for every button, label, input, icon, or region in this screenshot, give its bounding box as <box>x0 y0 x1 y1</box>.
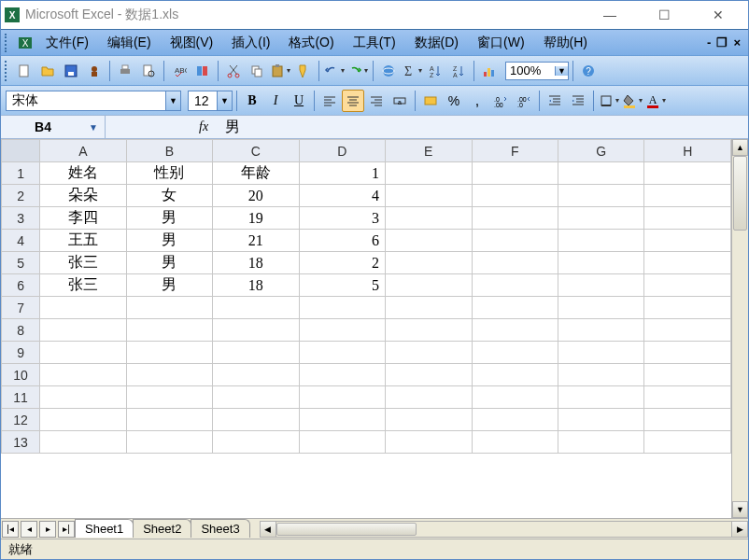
align-center-button[interactable] <box>342 90 364 112</box>
cell[interactable] <box>644 409 731 431</box>
hyperlink-button[interactable] <box>377 60 400 82</box>
menu-view[interactable]: 视图(V) <box>161 33 223 53</box>
menu-window[interactable]: 窗口(W) <box>468 33 534 53</box>
permission-button[interactable] <box>83 60 106 82</box>
cell[interactable] <box>386 342 472 364</box>
cell[interactable] <box>386 297 472 319</box>
app-icon[interactable]: X <box>14 32 36 54</box>
cell[interactable]: 女 <box>126 185 212 207</box>
cell[interactable]: 19 <box>213 207 299 230</box>
first-sheet-button[interactable]: |◂ <box>2 521 19 538</box>
horizontal-scrollbar[interactable]: ◀ ▶ <box>260 521 748 538</box>
print-preview-button[interactable] <box>137 60 160 82</box>
font-size-dropdown[interactable]: ▼ <box>217 91 232 110</box>
cell[interactable]: 4 <box>299 185 385 207</box>
zoom-input[interactable] <box>506 63 555 77</box>
font-name-dropdown[interactable]: ▼ <box>165 91 180 110</box>
cell[interactable]: 男 <box>126 252 212 274</box>
row-header[interactable]: 10 <box>2 364 40 386</box>
menu-tools[interactable]: 工具(T) <box>344 33 405 53</box>
cell[interactable]: 张三 <box>40 252 126 274</box>
menu-help[interactable]: 帮助(H) <box>534 33 597 53</box>
cell[interactable] <box>386 162 472 185</box>
cell[interactable]: 5 <box>299 274 385 297</box>
cell[interactable] <box>386 274 472 297</box>
cell[interactable] <box>213 431 299 454</box>
cell[interactable]: 男 <box>126 230 212 252</box>
row-header[interactable]: 1 <box>2 162 40 185</box>
font-name-input[interactable] <box>7 93 165 108</box>
cell[interactable] <box>558 230 644 252</box>
cell[interactable] <box>213 319 299 342</box>
select-all-corner[interactable] <box>2 140 40 162</box>
font-color-button[interactable]: A <box>644 90 667 112</box>
cell[interactable] <box>644 431 731 454</box>
cell[interactable] <box>40 342 126 364</box>
cell[interactable] <box>472 409 558 431</box>
row-header[interactable]: 4 <box>2 230 40 252</box>
cell[interactable] <box>386 185 472 207</box>
cell[interactable]: 李四 <box>40 207 126 230</box>
menu-insert[interactable]: 插入(I) <box>222 33 279 53</box>
cell[interactable] <box>472 386 558 409</box>
menu-file[interactable]: 文件(F) <box>36 33 98 53</box>
italic-button[interactable]: I <box>264 90 287 112</box>
font-size-combo[interactable]: ▼ <box>188 91 233 111</box>
column-header[interactable]: F <box>472 140 558 162</box>
help-button[interactable]: ? <box>577 60 600 82</box>
autosum-button[interactable]: Σ <box>401 60 423 82</box>
row-header[interactable]: 9 <box>2 342 40 364</box>
maximize-button[interactable]: ☐ <box>645 7 683 22</box>
cell[interactable] <box>558 386 644 409</box>
spreadsheet-grid[interactable]: ABCDEFGH 1姓名性别年龄12朵朵女2043李四男1934王五男2165张… <box>1 139 731 454</box>
row-header[interactable]: 11 <box>2 386 40 409</box>
name-box-input[interactable] <box>1 119 85 134</box>
cell[interactable]: 3 <box>299 207 385 230</box>
vertical-scrollbar[interactable]: ▲ ▼ <box>731 139 748 518</box>
row-header[interactable]: 7 <box>2 297 40 319</box>
cell[interactable] <box>472 185 558 207</box>
copy-button[interactable] <box>246 60 268 82</box>
mdi-close-button[interactable]: × <box>733 35 741 49</box>
close-button[interactable]: ✕ <box>700 7 737 22</box>
menu-data[interactable]: 数据(D) <box>405 33 468 53</box>
decrease-indent-button[interactable] <box>544 90 566 112</box>
scroll-right-button[interactable]: ▶ <box>731 521 748 538</box>
cell[interactable] <box>40 431 126 454</box>
cut-button[interactable] <box>222 60 245 82</box>
cell[interactable] <box>386 319 472 342</box>
formula-value[interactable]: 男 <box>214 118 240 137</box>
cell[interactable] <box>472 207 558 230</box>
cell[interactable] <box>644 319 731 342</box>
cell[interactable] <box>299 386 385 409</box>
column-header[interactable]: C <box>213 140 299 162</box>
cell[interactable] <box>472 319 558 342</box>
name-box[interactable]: ▼ <box>1 116 106 138</box>
cell[interactable] <box>299 431 385 454</box>
open-button[interactable] <box>36 60 59 82</box>
redo-button[interactable] <box>346 60 369 82</box>
cell[interactable] <box>644 274 731 297</box>
merge-center-button[interactable]: a <box>389 90 411 112</box>
cell[interactable] <box>558 185 644 207</box>
column-header[interactable]: G <box>558 140 644 162</box>
cell[interactable] <box>472 431 558 454</box>
cell[interactable] <box>558 431 644 454</box>
cell[interactable] <box>472 342 558 364</box>
row-header[interactable]: 12 <box>2 409 40 431</box>
cell[interactable] <box>386 207 472 230</box>
format-painter-button[interactable] <box>292 60 315 82</box>
zoom-dropdown[interactable]: ▼ <box>555 66 568 76</box>
undo-button[interactable] <box>323 60 346 82</box>
fx-button[interactable]: fx <box>199 119 208 134</box>
sort-desc-button[interactable]: ZA <box>447 60 470 82</box>
cell[interactable] <box>299 319 385 342</box>
cell[interactable] <box>644 342 731 364</box>
cell[interactable]: 6 <box>299 230 385 252</box>
menu-edit[interactable]: 编辑(E) <box>98 33 161 53</box>
cell[interactable] <box>644 230 731 252</box>
cell[interactable] <box>558 297 644 319</box>
cell[interactable] <box>386 364 472 386</box>
scroll-track[interactable] <box>732 156 748 501</box>
font-name-combo[interactable]: ▼ <box>6 91 181 111</box>
